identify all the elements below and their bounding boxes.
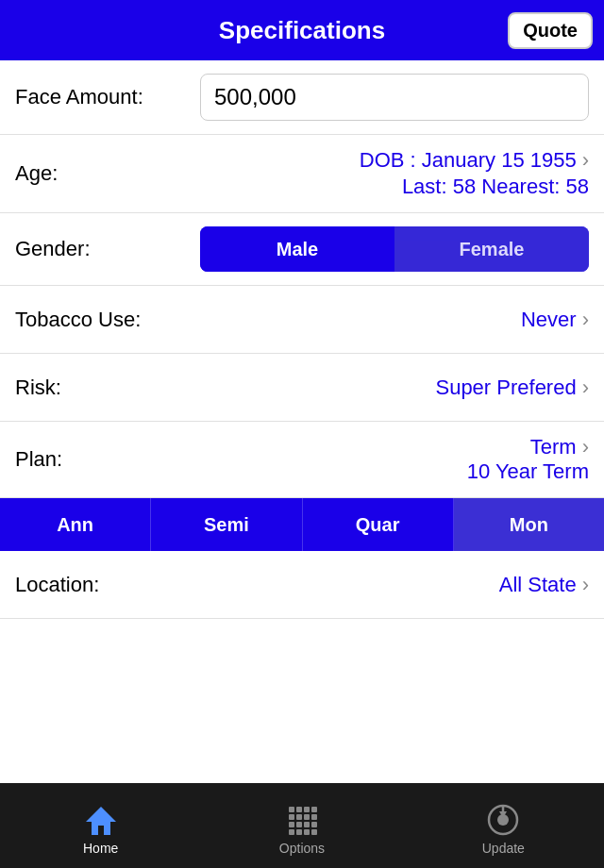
plan-label: Plan: <box>15 447 185 472</box>
risk-label: Risk: <box>15 376 185 400</box>
tobacco-value: Never <box>521 308 577 332</box>
payment-tabs: Ann Semi Quar Mon <box>0 498 604 551</box>
face-amount-label: Face Amount: <box>15 85 185 109</box>
tab-ann[interactable]: Ann <box>0 498 151 551</box>
tab-update-label: Update <box>482 841 525 856</box>
gender-male-button[interactable]: Male <box>200 226 394 272</box>
age-chevron: › <box>582 148 589 173</box>
tobacco-chevron: › <box>582 308 589 332</box>
age-row: Age: DOB : January 15 1955 › Last: 58 Ne… <box>0 135 604 213</box>
svg-rect-3 <box>304 807 310 812</box>
page-title: Specifications <box>219 16 385 45</box>
tobacco-label: Tobacco Use: <box>15 308 185 332</box>
tab-bar-update[interactable]: Update <box>403 783 604 868</box>
face-amount-row: Face Amount: <box>0 60 604 135</box>
svg-rect-2 <box>296 807 302 812</box>
app-header: Specifications Quote <box>0 0 604 60</box>
plan-line1: Term <box>530 435 577 459</box>
tab-home-label: Home <box>83 841 118 856</box>
gender-female-button[interactable]: Female <box>394 226 589 272</box>
age-dob: DOB : January 15 1955 <box>360 148 577 173</box>
svg-rect-7 <box>304 814 310 820</box>
face-amount-input[interactable] <box>200 74 589 121</box>
svg-rect-4 <box>311 807 317 812</box>
svg-rect-1 <box>289 807 294 812</box>
gender-toggle: Male Female <box>200 226 589 272</box>
svg-rect-6 <box>296 814 302 820</box>
update-icon <box>486 803 520 837</box>
home-icon <box>84 803 118 837</box>
options-icon <box>285 803 319 837</box>
tobacco-row[interactable]: Tobacco Use: Never › <box>0 286 604 354</box>
svg-rect-16 <box>311 829 317 835</box>
gender-label: Gender: <box>15 237 185 261</box>
plan-row[interactable]: Plan: Term › 10 Year Term <box>0 422 604 498</box>
tab-bar-options[interactable]: Options <box>201 783 402 868</box>
svg-rect-5 <box>289 814 294 820</box>
age-values: Last: 58 Nearest: 58 <box>402 175 589 199</box>
risk-chevron: › <box>582 376 589 400</box>
tab-quar[interactable]: Quar <box>303 498 454 551</box>
tab-bar: Home Options <box>0 783 604 868</box>
risk-value: Super Prefered <box>435 376 576 400</box>
svg-rect-9 <box>289 822 294 827</box>
location-row[interactable]: Location: All State › <box>0 551 604 619</box>
tab-bar-home[interactable]: Home <box>0 783 201 868</box>
quote-button[interactable]: Quote <box>508 12 593 49</box>
svg-rect-13 <box>289 829 294 835</box>
svg-rect-14 <box>296 829 302 835</box>
svg-rect-15 <box>304 829 310 835</box>
age-label: Age: <box>15 161 185 186</box>
tab-semi[interactable]: Semi <box>151 498 302 551</box>
plan-chevron: › <box>582 435 589 459</box>
location-value: All State <box>499 573 577 597</box>
svg-marker-0 <box>86 807 116 835</box>
svg-rect-11 <box>304 822 310 827</box>
plan-line2: 10 Year Term <box>467 459 589 484</box>
svg-rect-12 <box>311 822 317 827</box>
content-area: Face Amount: Age: DOB : January 15 1955 … <box>0 60 604 619</box>
location-label: Location: <box>15 573 185 597</box>
tab-options-label: Options <box>279 841 325 856</box>
svg-rect-8 <box>311 814 317 820</box>
location-chevron: › <box>582 573 589 597</box>
gender-row: Gender: Male Female <box>0 213 604 286</box>
risk-row[interactable]: Risk: Super Prefered › <box>0 354 604 422</box>
tab-mon[interactable]: Mon <box>454 498 604 551</box>
svg-rect-10 <box>296 822 302 827</box>
